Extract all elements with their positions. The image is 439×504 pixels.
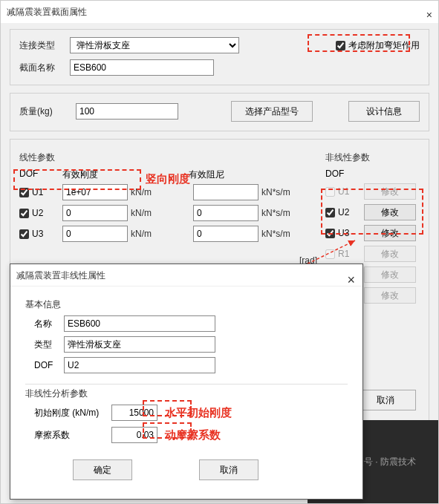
section-name-input[interactable]	[70, 59, 214, 76]
main-cancel-button[interactable]: 取消	[355, 390, 416, 410]
modal-titlebar: 减隔震装置非线性属性 ×	[10, 264, 362, 287]
nl-row-u3: U3 修改	[325, 225, 420, 241]
u2-checkbox[interactable]: U2	[19, 208, 62, 218]
nl-u3-modify-button[interactable]: 修改	[364, 225, 416, 241]
nl-u1-modify-button: 修改	[364, 183, 416, 200]
consider-bending-label: 考虑附加弯矩作用	[348, 39, 420, 52]
mass-group: 质量(kg) 选择产品型号 设计信息	[10, 93, 429, 131]
top-group: 连接类型 弹性滑板支座 考虑附加弯矩作用 截面名称	[10, 29, 429, 85]
annotation-friction: 动摩擦系数	[165, 428, 221, 442]
modal-nl-header: 非线性分析参数	[25, 384, 348, 400]
titlebar: 减隔震装置截面属性 ×	[1, 1, 438, 23]
linear-header: 线性参数	[19, 151, 316, 164]
damping-header: 有效阻尼	[189, 168, 224, 181]
window-title: 减隔震装置截面属性	[7, 7, 87, 17]
main-window: 减隔震装置截面属性 × 连接类型 弹性滑板支座 考虑附加弯矩作用 截面名称	[0, 0, 439, 504]
u3-damping-input[interactable]	[193, 226, 258, 242]
section-name-label: 截面名称	[19, 62, 64, 74]
modal-title: 减隔震装置非线性属性	[16, 270, 105, 281]
stiffness-header: 有效刚度	[62, 168, 189, 181]
nonlinear-header: 非线性参数	[325, 151, 420, 164]
u1-checkbox[interactable]: U1	[19, 187, 62, 197]
modal-dof-label: DOF	[25, 360, 64, 370]
modal-type-input[interactable]	[64, 336, 215, 353]
linear-row-u2: U2 kN/m kN*s/m	[19, 205, 316, 221]
nl-r1-modify-button: 修改	[364, 246, 416, 262]
u1-damping-input[interactable]	[193, 184, 258, 200]
connection-type-label: 连接类型	[19, 39, 64, 52]
modal-close-icon[interactable]: ×	[347, 269, 355, 291]
mass-label: 质量(kg)	[19, 105, 65, 118]
connection-type-select[interactable]: 弹性滑板支座	[70, 37, 239, 53]
modal-init-stiff-input[interactable]	[111, 405, 157, 421]
main-buttons: 取消	[355, 390, 416, 410]
modal-friction-label: 摩擦系数	[25, 429, 111, 442]
modal-friction-input[interactable]	[111, 427, 157, 443]
modal-nonlinear: 减隔震装置非线性属性 × 基本信息 名称 类型 DOF 非线性分析参数 初始刚度…	[10, 264, 363, 500]
modal-dof-input[interactable]	[64, 357, 215, 373]
dof-header: DOF	[19, 168, 62, 181]
nl-u2-checkbox[interactable]: U2	[325, 207, 358, 217]
u2-damping-input[interactable]	[193, 205, 258, 221]
nl-u2-modify-button[interactable]: 修改	[364, 204, 416, 220]
nl-row-r1: R1 修改	[325, 246, 420, 262]
modal-type-label: 类型	[25, 338, 64, 351]
mass-input[interactable]	[76, 103, 178, 120]
nl-r3-modify-button: 修改	[364, 287, 416, 304]
design-info-button[interactable]: 设计信息	[348, 101, 420, 122]
u3-checkbox[interactable]: U3	[19, 229, 62, 239]
linear-row-u3: U3 kN/m kN*s/m	[19, 226, 316, 242]
close-icon[interactable]: ×	[426, 4, 432, 26]
consider-bending-checkbox[interactable]: 考虑附加弯矩作用	[336, 39, 420, 52]
nl-r2-modify-button: 修改	[364, 266, 416, 283]
u2-stiffness-input[interactable]	[62, 205, 128, 221]
modal-ok-button[interactable]: 确定	[73, 459, 132, 480]
modal-basic-header: 基本信息	[25, 298, 348, 311]
u3-stiffness-input[interactable]	[62, 226, 128, 242]
select-product-button[interactable]: 选择产品型号	[231, 101, 313, 122]
modal-name-label: 名称	[25, 318, 64, 330]
modal-name-input[interactable]	[64, 315, 215, 332]
modal-cancel-button[interactable]: 取消	[199, 459, 258, 480]
u1-stiffness-input[interactable]	[62, 184, 128, 200]
nl-row-u1: U1 修改	[325, 183, 420, 200]
nl-row-u2: U2 修改	[325, 204, 420, 220]
modal-init-stiff-label: 初始刚度 (kN/m)	[25, 407, 111, 419]
annotation-horizontal-stiffness: 水平初始刚度	[165, 406, 232, 420]
nl-u3-checkbox[interactable]: U3	[325, 228, 358, 238]
linear-row-u1: U1 kN/m kN*s/m	[19, 184, 316, 200]
nl-dof-header: DOF	[325, 168, 420, 179]
